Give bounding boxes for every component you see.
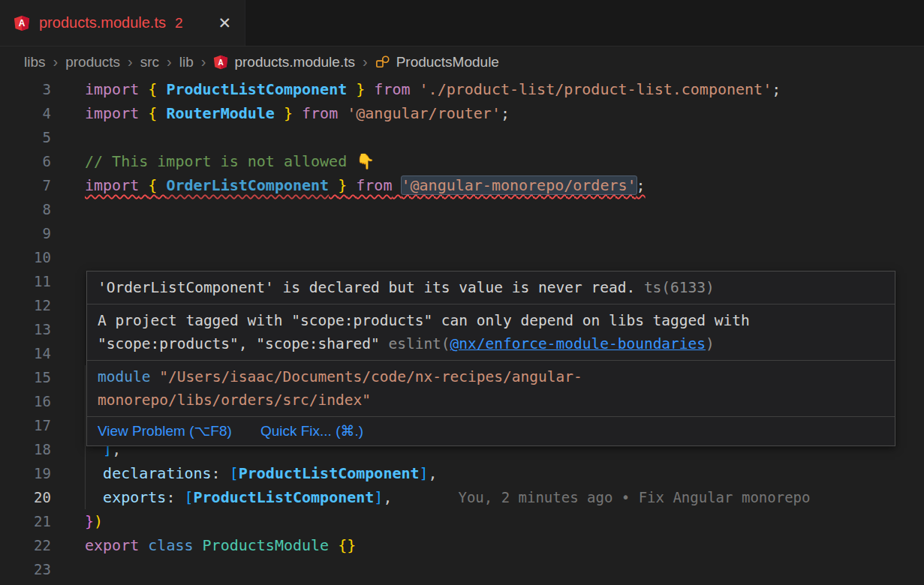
code-text: import { OrderListComponent } from '@ang…: [85, 176, 646, 194]
hover-diagnostic-message: 'OrderListComponent' is declared but its…: [87, 272, 895, 304]
eslint-rule-link[interactable]: @nx/enforce-module-boundaries: [450, 335, 706, 352]
code-line-19[interactable]: 19 declarations: [ProductListComponent],: [0, 461, 924, 485]
line-number: 15: [0, 369, 51, 386]
code-line-22[interactable]: 22export class ProductsModule {}: [0, 533, 924, 557]
code-line-10[interactable]: 10: [0, 245, 924, 269]
breadcrumb-path: libs›products›src›lib›: [24, 53, 213, 70]
class-symbol-icon: [375, 55, 390, 70]
code-token: [194, 536, 203, 554]
svg-text:A: A: [218, 58, 224, 66]
code-line-7[interactable]: 7import { OrderListComponent } from '@an…: [0, 173, 924, 197]
code-line-5[interactable]: 5: [0, 125, 924, 149]
code-token: }: [338, 176, 347, 194]
breadcrumb-item-products[interactable]: products: [65, 54, 120, 70]
hover-text: 'OrderListComponent' is declared but its…: [98, 279, 635, 296]
line-number: 3: [0, 81, 51, 98]
code-token: ,: [383, 488, 392, 506]
breadcrumb-item-file[interactable]: products.module.ts: [234, 54, 355, 70]
code-token: from: [374, 80, 410, 98]
code-line-21[interactable]: 21}): [0, 509, 924, 533]
hover-inner: module "/Users/isaac/Documents/code/nx-r…: [98, 365, 609, 412]
tab-products-module[interactable]: A products.module.ts 2 ✕: [0, 0, 245, 46]
code-token: '@angular-monorepo/orders': [402, 176, 637, 194]
code-token: ProductListComponent: [166, 80, 347, 98]
code-text: import { ProductListComponent } from './…: [85, 80, 781, 98]
quick-fix-button[interactable]: Quick Fix... (⌘.): [260, 422, 363, 440]
line-number: 5: [0, 129, 51, 146]
code-token: [275, 104, 284, 122]
code-token: [347, 176, 356, 194]
hover-text: "/Users/isaac/Documents/code/nx-recipes/…: [98, 368, 582, 409]
code-token: ProductsModule: [203, 536, 330, 554]
code-token: // This import is not allowed 👇: [85, 152, 375, 170]
angular-file-icon: A: [213, 55, 228, 70]
hover-text: module: [98, 368, 150, 386]
code-token: :: [166, 488, 175, 506]
line-number: 10: [0, 249, 51, 266]
hover-text: eslint(: [388, 335, 450, 352]
line-number: 14: [0, 345, 51, 362]
code-line-9[interactable]: 9: [0, 221, 924, 245]
svg-text:A: A: [19, 18, 26, 28]
line-number: 19: [0, 465, 51, 482]
code-line-8[interactable]: 8: [0, 197, 924, 221]
code-token: [175, 488, 184, 506]
line-number: 4: [0, 105, 51, 122]
hover-text: ts(6133): [635, 279, 715, 296]
code-token: [329, 176, 338, 194]
breadcrumb-item-symbol[interactable]: ProductsModule: [396, 54, 499, 70]
code-token: }: [347, 536, 356, 554]
hover-text: [150, 368, 159, 386]
code-line-3[interactable]: 3import { ProductListComponent } from '.…: [0, 77, 924, 101]
code-token: }: [284, 104, 293, 122]
code-text: declarations: [ProductListComponent],: [85, 464, 438, 482]
editor-tab-bar: A products.module.ts 2 ✕: [0, 0, 924, 46]
tab-close-icon[interactable]: ✕: [218, 14, 231, 32]
code-token: [293, 104, 302, 122]
code-token: {: [338, 536, 347, 554]
hover-text: ): [706, 335, 715, 352]
code-line-20[interactable]: 20 exports: [ProductListComponent],You, …: [0, 485, 924, 509]
code-token: ProductListComponent: [194, 488, 375, 506]
line-number: 17: [0, 417, 51, 434]
hover-popup: 'OrderListComponent' is declared but its…: [86, 271, 895, 446]
code-token: from: [302, 104, 338, 122]
code-token: import: [85, 104, 139, 122]
hover-inner: A project tagged with "scope:products" c…: [98, 309, 884, 356]
code-line-6[interactable]: 6// This import is not allowed 👇: [0, 149, 924, 173]
code-text: exports: [ProductListComponent],: [85, 488, 392, 506]
vscode-window: { "colors": { "error": "#F14C4C", "link"…: [0, 0, 924, 585]
code-token: [157, 104, 166, 122]
code-token: class: [148, 536, 193, 554]
hover-diagnostic-message: A project tagged with "scope:products" c…: [87, 304, 895, 360]
code-text: // This import is not allowed 👇: [85, 152, 375, 170]
line-number: 12: [0, 297, 51, 314]
view-problem-button[interactable]: View Problem (⌥F8): [98, 422, 232, 440]
code-token: import: [85, 80, 139, 98]
code-line-4[interactable]: 4import { RouterModule } from '@angular/…: [0, 101, 924, 125]
code-token: ]: [420, 464, 429, 482]
code-token: [411, 80, 420, 98]
code-token: [139, 176, 148, 194]
breadcrumb-item-lib[interactable]: lib: [179, 54, 194, 70]
hover-inner: 'OrderListComponent' is declared but its…: [98, 276, 884, 299]
code-token: [392, 176, 401, 194]
line-number: 13: [0, 321, 51, 338]
code-token: [85, 464, 103, 482]
breadcrumb-separator: ›: [363, 53, 368, 70]
breadcrumb-item-libs[interactable]: libs: [24, 54, 46, 70]
editor-pane[interactable]: 3import { ProductListComponent } from '.…: [0, 77, 924, 585]
line-number: 20: [0, 489, 51, 506]
code-line-23[interactable]: 23: [0, 557, 924, 581]
hover-module-path: module "/Users/isaac/Documents/code/nx-r…: [87, 360, 895, 416]
code-token: {: [148, 80, 157, 98]
code-token: ;: [637, 176, 646, 194]
breadcrumb-item-src[interactable]: src: [140, 54, 159, 70]
line-number: 8: [0, 201, 51, 218]
code-token: [139, 104, 148, 122]
code-token: [139, 80, 148, 98]
code-token: [: [230, 464, 239, 482]
code-token: ProductListComponent: [239, 464, 420, 482]
tab-filename: products.module.ts: [39, 14, 166, 32]
code-token: [: [184, 488, 193, 506]
